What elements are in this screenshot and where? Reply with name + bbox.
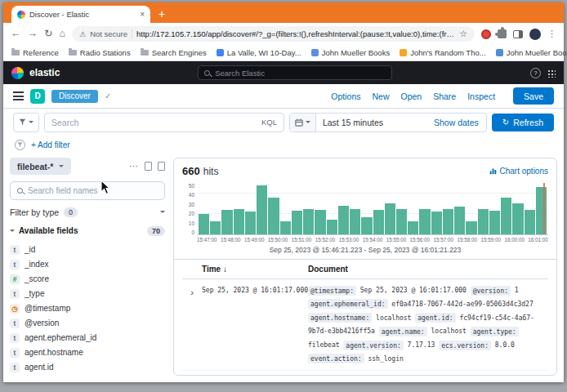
histogram-bar[interactable]	[199, 214, 209, 234]
histogram-bar[interactable]	[245, 212, 256, 234]
doc-field-name[interactable]: @version:	[471, 286, 511, 296]
menu-link-share[interactable]: Share	[433, 91, 456, 101]
histogram-bar[interactable]	[361, 217, 372, 234]
menu-link-open[interactable]: Open	[400, 91, 422, 101]
doc-field-name[interactable]: agent.id:	[415, 313, 455, 323]
field-item[interactable]: t_index	[10, 257, 165, 272]
more-options-icon[interactable]: ⋯	[129, 161, 139, 172]
kql-search-input[interactable]	[51, 118, 257, 127]
extensions-puzzle-icon[interactable]	[498, 29, 507, 38]
doc-field-name[interactable]: agent.type:	[471, 327, 519, 336]
kql-search[interactable]: KQL	[44, 113, 284, 132]
doc-field-name[interactable]: agent.name:	[379, 327, 427, 336]
doc-field-name[interactable]: agent.version:	[343, 341, 403, 350]
field-item[interactable]: ◷@timestamp	[10, 301, 165, 316]
refresh-button[interactable]: ↻ Refresh	[492, 114, 554, 131]
histogram-bar[interactable]	[315, 210, 325, 234]
doc-field-name[interactable]: agent.hostname:	[308, 313, 372, 323]
profile-avatar[interactable]	[529, 29, 541, 40]
doc-field-name[interactable]: @timestamp:	[308, 286, 356, 296]
extension-icon[interactable]	[481, 29, 491, 39]
reload-icon[interactable]: ↻	[44, 29, 52, 39]
browser-menu-icon[interactable]: ⋮	[547, 29, 556, 39]
forward-icon[interactable]: →	[28, 29, 38, 39]
field-item[interactable]: tagent.id	[10, 360, 165, 375]
kql-label[interactable]: KQL	[261, 118, 277, 127]
histogram-bar[interactable]	[512, 203, 523, 234]
apps-grid-icon[interactable]	[547, 69, 556, 78]
menu-link-inspect[interactable]: Inspect	[467, 91, 495, 101]
field-item[interactable]: #_score	[10, 272, 165, 287]
histogram-bar[interactable]	[489, 211, 500, 234]
histogram-bar[interactable]	[350, 209, 360, 235]
histogram-bar[interactable]	[536, 187, 547, 234]
histogram-bar[interactable]	[454, 207, 465, 234]
field-item[interactable]: t@version	[10, 316, 165, 331]
space-badge[interactable]: D	[30, 89, 45, 104]
menu-link-options[interactable]: Options	[331, 91, 360, 101]
histogram-bar[interactable]	[419, 209, 430, 235]
save-button[interactable]: Save	[513, 87, 554, 105]
field-search-input[interactable]	[28, 186, 158, 195]
bookmark-star-icon[interactable]: ☆	[459, 29, 467, 39]
bookmark-item[interactable]: John's Random Tho...	[400, 48, 485, 57]
menu-link-new[interactable]: New	[372, 91, 389, 101]
doc-field-name[interactable]: agent.ephemeral_id:	[308, 299, 388, 309]
add-filter-link[interactable]: + Add filter	[31, 140, 70, 149]
global-search-input[interactable]	[215, 69, 386, 78]
filter-by-type-row[interactable]: Filter by type 0	[10, 207, 165, 218]
side-panel-icon[interactable]	[513, 30, 523, 38]
hamburger-menu-icon[interactable]	[13, 91, 24, 100]
histogram-bar[interactable]	[221, 210, 232, 234]
bookmark-item[interactable]: Reference	[11, 48, 59, 57]
field-item[interactable]: t_type	[10, 287, 165, 301]
collapse-sidebar-icon[interactable]	[145, 162, 152, 171]
filter-set-button[interactable]	[13, 113, 39, 132]
histogram-bar[interactable]	[431, 212, 442, 234]
global-search[interactable]	[198, 65, 392, 80]
help-icon[interactable]	[530, 68, 541, 78]
histogram-bar[interactable]	[327, 220, 337, 234]
histogram-bar[interactable]	[338, 206, 349, 234]
field-item[interactable]: tagent.ephemeral_id	[10, 331, 165, 345]
home-icon[interactable]: ⌂	[59, 29, 65, 39]
back-icon[interactable]: ←	[11, 29, 21, 39]
bookmark-item[interactable]: Radio Stations	[69, 48, 131, 57]
available-fields-header[interactable]: Available fields 70	[10, 226, 165, 236]
histogram-bar[interactable]	[268, 198, 279, 234]
browser-tab[interactable]: Discover - Elastic ×	[11, 6, 150, 23]
index-pattern-selector[interactable]: filebeat-*	[10, 158, 71, 175]
expand-row-icon[interactable]: ›	[190, 287, 194, 297]
histogram-bar[interactable]	[303, 209, 314, 235]
filter-icon[interactable]	[15, 140, 25, 150]
histogram-bar[interactable]	[501, 198, 511, 234]
doc-field-name[interactable]: ecs.version:	[439, 341, 491, 350]
histogram-bar[interactable]	[408, 221, 418, 234]
show-dates-link[interactable]: Show dates	[426, 118, 486, 127]
sort-down-icon[interactable]: ↓	[223, 265, 227, 274]
time-column-header[interactable]: Time ↓	[202, 265, 308, 274]
time-range-label[interactable]: Last 15 minutes	[316, 118, 426, 127]
address-bar[interactable]: ⚠ Not secure http://172.105.7.150/app/di…	[72, 26, 475, 42]
histogram-bar[interactable]	[466, 221, 476, 234]
chart-options-link[interactable]: Chart options	[489, 167, 548, 176]
security-label[interactable]: Not secure	[90, 29, 127, 38]
histogram-bar[interactable]	[373, 210, 384, 234]
bookmark-item[interactable]: John Mueller Books	[311, 48, 390, 57]
histogram-bar[interactable]	[443, 209, 453, 235]
elastic-logo[interactable]	[11, 67, 24, 79]
histogram-bar[interactable]	[396, 209, 407, 235]
histogram-bar[interactable]	[385, 203, 395, 234]
histogram-bar[interactable]	[525, 210, 535, 234]
bookmark-item[interactable]: La Valle, WI 10-Day...	[217, 48, 301, 57]
field-search[interactable]	[10, 181, 165, 200]
field-item[interactable]: t_id	[10, 243, 165, 257]
field-item[interactable]: tagent.hostname	[10, 345, 165, 360]
histogram-bar[interactable]	[280, 221, 291, 234]
bookmark-item[interactable]: Search Engines	[141, 48, 207, 57]
histogram-bar[interactable]	[234, 209, 244, 235]
new-tab-button[interactable]: +	[158, 8, 165, 20]
bookmark-item[interactable]: John Mueller Books...	[496, 48, 567, 57]
doc-field-name[interactable]: event.action:	[308, 354, 364, 363]
tab-close-icon[interactable]: ×	[140, 10, 145, 19]
